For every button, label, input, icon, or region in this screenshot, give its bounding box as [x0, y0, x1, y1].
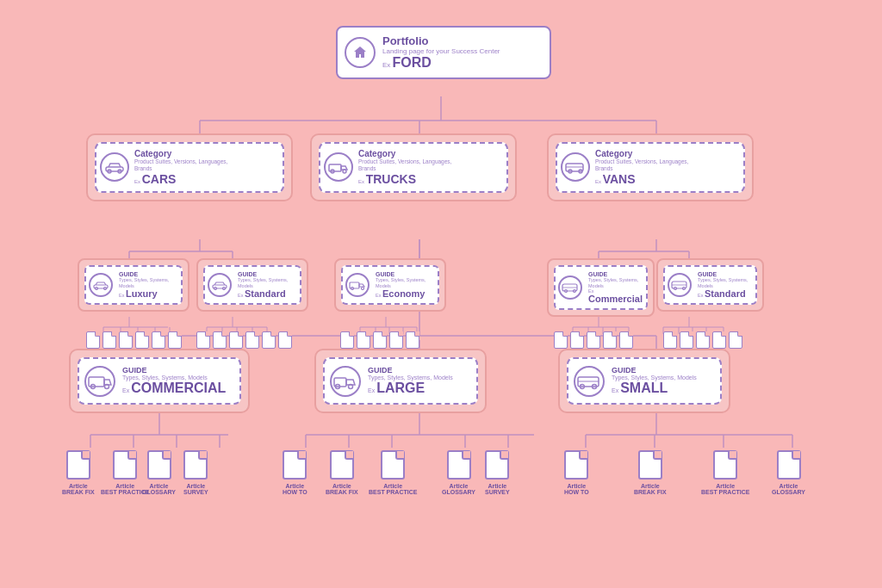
standard-vans-article-5 — [729, 331, 742, 349]
luxury-article-3 — [119, 331, 133, 349]
article-sublabel-howto-small: HOW TO — [564, 489, 589, 496]
guide-large-label: GUIDE — [368, 366, 466, 374]
guide-small-ex: Ex SMALL — [612, 381, 710, 396]
commercial-van-articles-row — [554, 331, 633, 350]
article-icon-survey-comm — [183, 450, 208, 480]
luxury-article-6 — [168, 331, 182, 349]
article-glossary-large: Article GLOSSARY — [442, 450, 475, 496]
economy-articles-row — [340, 331, 419, 350]
category-trucks-ex: Ex TRUCKS — [358, 172, 416, 186]
economy-article-4 — [389, 331, 403, 349]
article-survey-commercial: Article SURVEY — [183, 450, 208, 496]
large-truck-icon — [330, 366, 361, 397]
standard-cars-article-2 — [213, 331, 227, 349]
category-trucks-inner: Category Product Suites, Versions, Langu… — [319, 142, 508, 193]
guide-luxury-outer: GUIDE Types, Styles, Systems, Models Ex … — [78, 258, 189, 312]
guide-commercial-van-node: GUIDE Types, Styles, Systems, Models Ex … — [547, 258, 655, 317]
article-icon-glossary-comm — [147, 450, 171, 480]
article-label-best-practice-large: Article — [383, 483, 402, 489]
standard-cars-article-5 — [262, 331, 276, 349]
article-sublabel-break-fix-large: BREAK FIX — [326, 489, 358, 496]
article-best-practice-large: Article BEST PRACTICE — [369, 450, 417, 496]
article-label-best-practice-small: Article — [716, 483, 735, 489]
article-icon-howto-small — [564, 450, 588, 480]
guide-economy-inner: GUIDE Types, Styles, Systems, Models Ex … — [341, 265, 439, 305]
category-trucks-title: Category — [358, 149, 395, 158]
guide-standard-vans-outer: GUIDE Types, Styles, Systems, Models Ex … — [656, 258, 764, 312]
article-label-glossary-comm: Article — [150, 483, 169, 489]
home-icon — [345, 37, 376, 68]
portfolio-node: Portfolio Landing page for your Success … — [336, 26, 551, 79]
article-glossary-small: Article GLOSSARY — [772, 450, 805, 496]
category-cars-inner: Category Product Suites, Versions, Langu… — [95, 142, 284, 193]
standard-cars-articles-row — [196, 331, 292, 350]
category-cars-ex: Ex CARS — [134, 172, 176, 186]
guide-standard-cars-sub: Types, Styles, Systems, Models — [238, 277, 293, 288]
article-sublabel-survey-large: SURVEY — [485, 489, 510, 496]
article-label-howto-small: Article — [567, 483, 586, 489]
guide-standard-vans-inner: GUIDE Types, Styles, Systems, Models Ex … — [663, 265, 757, 305]
article-label-break-fix-large: Article — [332, 483, 351, 489]
luxury-articles-row — [86, 331, 182, 350]
standard-vans-article-4 — [712, 331, 726, 349]
standard-cars-article-1 — [196, 331, 210, 349]
standard-vans-article-1 — [663, 331, 677, 349]
article-label-break-fix: Article — [69, 483, 88, 489]
guide-luxury-sub: Types, Styles, Systems, Models — [119, 277, 174, 288]
category-cars-node: Category Product Suites, Versions, Langu… — [86, 133, 293, 201]
category-cars-sub: Product Suites, Versions, Languages,Bran… — [134, 158, 227, 172]
portfolio-title: Portfolio — [382, 34, 428, 47]
article-label-glossary-large: Article — [450, 483, 469, 489]
guide-commercial-outer: GUIDE Types, Styles, Systems, Models Ex … — [69, 349, 250, 413]
article-label-best-practice: Article — [115, 483, 134, 489]
category-vans-title: Category — [595, 149, 632, 158]
commercial-van-article-2 — [570, 331, 584, 349]
economy-article-1 — [340, 331, 354, 349]
guide-economy-ex: Ex Economy — [376, 288, 431, 299]
guide-large-node: GUIDE Types, Styles, Systems, Models Ex … — [314, 349, 487, 413]
article-icon-survey-large — [485, 450, 509, 480]
economy-article-3 — [373, 331, 387, 349]
article-icon-glossary-large — [447, 450, 471, 480]
article-icon-glossary-small — [777, 450, 801, 480]
van-icon — [561, 152, 590, 182]
standard-cars-icon — [208, 273, 232, 297]
svg-point-106 — [349, 384, 353, 388]
guide-commercial-node: GUIDE Types, Styles, Systems, Models Ex … — [69, 349, 250, 413]
article-icon-best-practice — [113, 450, 137, 480]
article-break-fix-small: Article BREAK FIX — [634, 450, 667, 496]
category-trucks-sub: Product Suites, Versions, Languages,Bran… — [358, 158, 451, 172]
article-icon-break-fix-large — [330, 450, 354, 480]
luxury-icon — [89, 273, 113, 297]
article-label-glossary-small: Article — [780, 483, 798, 489]
commercial-van-icon — [558, 275, 582, 300]
article-sublabel-glossary-comm: GLOSSARY — [142, 489, 176, 496]
portfolio-box: Portfolio Landing page for your Success … — [336, 26, 551, 79]
guide-commercial-van-outer: GUIDE Types, Styles, Systems, Models Ex … — [547, 258, 655, 317]
luxury-article-2 — [102, 331, 116, 349]
economy-article-2 — [357, 331, 370, 349]
category-cars-title: Category — [134, 149, 171, 158]
guide-commercial-label: GUIDE — [122, 366, 229, 374]
article-sublabel-survey-comm: SURVEY — [183, 489, 208, 496]
standard-vans-article-3 — [696, 331, 710, 349]
article-sublabel-howto-large: HOW TO — [283, 489, 307, 496]
guide-large-inner: GUIDE Types, Styles, Systems, Models Ex … — [323, 357, 478, 405]
guide-economy-outer: GUIDE Types, Styles, Systems, Models Ex … — [334, 258, 446, 312]
truck-icon — [324, 152, 353, 182]
article-icon-best-practice-large — [381, 450, 405, 480]
commercial-van-article-4 — [603, 331, 617, 349]
svg-point-79 — [343, 170, 346, 173]
guide-standard-cars-label: GUIDE — [238, 271, 293, 277]
article-howto-large: Article HOW TO — [283, 450, 307, 496]
article-sublabel-break-fix: BREAK FIX — [62, 489, 95, 496]
guide-small-inner: GUIDE Types, Styles, Systems, Models Ex … — [567, 357, 722, 405]
guide-commercial-van-label: GUIDE — [588, 271, 639, 277]
guide-standard-cars-outer: GUIDE Types, Styles, Systems, Models Ex … — [196, 258, 308, 312]
standard-vans-articles-row — [663, 331, 742, 350]
diagram: Portfolio Landing page for your Success … — [0, 0, 882, 588]
guide-luxury-node: GUIDE Types, Styles, Systems, Models Ex … — [78, 258, 189, 312]
guide-luxury-ex: Ex Luxury — [119, 288, 174, 299]
guide-large-sub: Types, Styles, Systems, Models — [368, 374, 466, 381]
guide-luxury-inner: GUIDE Types, Styles, Systems, Models Ex … — [84, 265, 183, 305]
